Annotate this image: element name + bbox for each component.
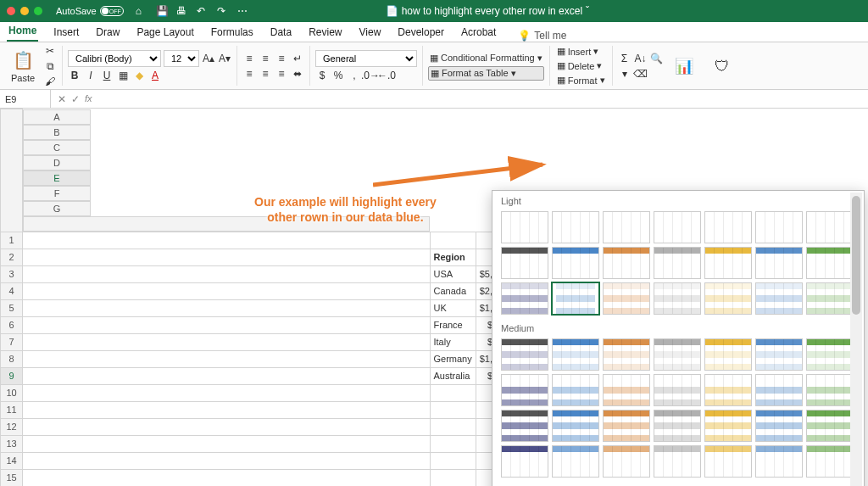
table-style-thumb[interactable] [755,410,803,442]
table-style-thumb[interactable] [755,445,803,478]
cell[interactable] [23,350,431,367]
cell[interactable] [23,435,431,452]
table-style-thumb[interactable] [806,211,854,243]
row-header[interactable]: 5 [1,299,23,316]
table-style-thumb[interactable] [654,445,701,478]
col-header[interactable]: F [23,186,91,201]
cell[interactable]: Australia [430,367,476,384]
table-style-thumb[interactable] [603,374,650,406]
print-icon[interactable]: 🖶 [176,5,188,17]
italic-button[interactable]: I [84,69,97,82]
cell[interactable]: Region [430,249,476,265]
cell[interactable]: France [430,316,476,333]
row-header[interactable]: 6 [1,316,23,333]
tab-developer[interactable]: Developer [396,23,446,42]
table-style-thumb[interactable] [654,282,701,315]
row-header[interactable]: 8 [1,350,23,367]
row-header[interactable]: 7 [1,333,23,350]
confirm-icon[interactable]: ✓ [71,93,80,105]
autosave-toggle[interactable]: AutoSave OFF [56,6,124,16]
cell[interactable]: UK [430,299,476,316]
cell[interactable] [430,469,476,486]
border-button[interactable]: ▦ [116,69,130,82]
table-style-thumb[interactable] [806,445,854,478]
cell[interactable] [430,232,476,249]
wrap-text-button[interactable]: ↵ [291,52,304,65]
table-style-thumb[interactable] [603,338,650,371]
cell[interactable] [430,435,476,452]
cell[interactable] [23,232,431,249]
cell[interactable] [23,249,431,265]
scrollbar-handle[interactable] [852,196,860,315]
font-name-select[interactable]: Calibri (Body) [68,50,161,67]
table-style-thumb[interactable] [755,211,803,243]
tab-insert[interactable]: Insert [52,23,81,42]
cell[interactable] [23,401,431,418]
name-box[interactable]: E9 [0,90,51,108]
sort-button[interactable]: A↓ [634,52,648,65]
bold-button[interactable]: B [68,69,81,82]
cell[interactable] [23,316,431,333]
table-style-thumb[interactable] [654,374,701,406]
table-style-thumb[interactable] [501,374,548,406]
row-header[interactable]: 4 [1,282,23,299]
table-style-thumb[interactable] [806,247,854,279]
cell[interactable] [23,418,431,435]
tab-acrobat[interactable]: Acrobat [459,23,498,42]
percent-button[interactable]: % [331,69,345,82]
merge-button[interactable]: ⬌ [291,67,304,81]
row-header[interactable]: 15 [1,469,23,486]
chevron-down-icon[interactable]: ˇ [586,5,589,17]
cell[interactable] [430,384,476,401]
tab-view[interactable]: View [358,23,383,42]
table-style-thumb[interactable] [501,445,548,478]
align-top-button[interactable]: ≡ [242,52,256,65]
table-style-thumb[interactable] [603,282,650,315]
table-style-thumb[interactable] [501,410,548,442]
fx-icon[interactable]: fx [85,93,92,105]
cancel-icon[interactable]: ✕ [58,93,66,105]
row-header[interactable]: 12 [1,418,23,435]
cell[interactable] [23,469,431,486]
align-center-button[interactable]: ≡ [259,67,272,81]
currency-button[interactable]: $ [315,69,329,82]
row-header[interactable]: 1 [1,232,23,249]
autosum-button[interactable]: Σ [618,52,632,65]
cell[interactable]: Italy [430,333,476,350]
table-style-thumb[interactable] [806,338,854,371]
table-style-thumb[interactable] [552,338,599,371]
table-style-thumb[interactable] [501,211,548,243]
table-style-thumb[interactable] [552,374,599,406]
cell[interactable] [23,367,431,384]
tab-data[interactable]: Data [269,23,293,42]
table-style-thumb[interactable] [552,410,599,442]
table-style-thumb[interactable] [806,410,854,442]
table-style-thumb[interactable] [501,282,548,315]
tab-home[interactable]: Home [7,21,38,42]
table-style-thumb[interactable] [806,282,854,315]
cell[interactable] [23,299,431,316]
row-header[interactable]: 2 [1,249,23,265]
col-header[interactable]: A [23,109,91,125]
col-header[interactable]: B [23,125,91,140]
align-right-button[interactable]: ≡ [275,67,288,81]
table-style-thumb[interactable] [501,338,548,371]
number-format-select[interactable]: General [315,50,417,67]
table-style-thumb[interactable] [704,410,752,442]
align-mid-button[interactable]: ≡ [259,52,272,65]
close-icon[interactable] [7,7,15,15]
analyze-data-button[interactable]: 📊 [666,46,702,87]
cell[interactable] [23,282,431,299]
paste-button[interactable]: 📋 Paste [5,46,41,87]
dec-inc-button[interactable]: .0→ [364,69,377,82]
dropdown-scrollbar[interactable] [850,193,862,486]
cell[interactable] [430,418,476,435]
cell[interactable] [23,452,431,469]
row-header[interactable]: 9 [1,367,23,384]
table-style-thumb[interactable] [654,211,701,243]
format-cells-button[interactable]: ▦Format▾ [555,74,607,87]
font-size-select[interactable]: 12 [164,50,199,67]
tell-me[interactable]: 💡 Tell me [518,30,566,42]
table-style-thumb[interactable] [704,247,752,279]
format-as-table-button[interactable]: ▦Format as Table▾ [428,66,544,81]
